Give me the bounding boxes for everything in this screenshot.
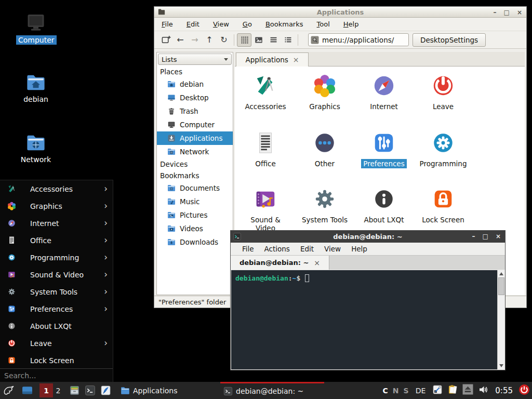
scroll-down-icon[interactable] xyxy=(498,362,505,369)
caps-lock-indicator[interactable]: C xyxy=(383,387,388,395)
scroll-lock-indicator[interactable]: S xyxy=(404,387,409,395)
terminal-scrollbar[interactable] xyxy=(497,270,504,369)
up-button[interactable]: ↑ xyxy=(202,33,217,47)
bookmark-music[interactable]: Music xyxy=(157,195,233,208)
maximize-button[interactable]: □ xyxy=(504,9,510,16)
quicklaunch-terminal[interactable] xyxy=(82,382,98,399)
side-pane-mode-select[interactable]: Lists xyxy=(158,54,232,65)
task-button-terminal[interactable]: debian@debian: ~ xyxy=(220,382,324,399)
terminal-titlebar[interactable]: debian@debian: ~ – □ × xyxy=(231,231,505,243)
new-tab-button[interactable] xyxy=(158,33,173,47)
thumbnail-view-button[interactable] xyxy=(251,33,266,47)
clipboard-tray-icon[interactable] xyxy=(447,384,458,397)
app-item-programming[interactable]: Programming xyxy=(414,127,473,181)
power-button[interactable] xyxy=(518,384,530,397)
volume-icon[interactable] xyxy=(478,384,489,397)
menu-bookmarks[interactable]: Bookmarks xyxy=(265,20,303,28)
terminal-tab[interactable]: debian@debian: ~ × xyxy=(231,256,329,270)
screenshot-tray-icon[interactable] xyxy=(432,384,443,397)
submenu-arrow-icon: › xyxy=(104,236,108,245)
removable-media-eject-icon[interactable] xyxy=(462,384,473,397)
tab-bar: Applications × xyxy=(235,52,525,66)
menu-edit[interactable]: Edit xyxy=(187,20,200,28)
menu-item-leave[interactable]: Leave › xyxy=(0,335,113,352)
desktop-settings-button[interactable]: DesktopSettings xyxy=(413,33,486,47)
task-button-applications[interactable]: Applications xyxy=(117,382,220,399)
app-item-lock-screen[interactable]: Lock Screen xyxy=(414,183,473,237)
app-item-about-lxqt[interactable]: About LXQt xyxy=(354,183,414,237)
keyboard-layout-indicator[interactable]: DE xyxy=(416,387,426,395)
workspace-2-button[interactable]: 2 xyxy=(53,382,63,399)
menu-item-about-lxqt[interactable]: About LXQt xyxy=(0,317,113,335)
menu-search-input[interactable] xyxy=(0,371,113,380)
show-desktop-button[interactable] xyxy=(20,382,34,399)
app-item-preferences[interactable]: Preferences xyxy=(354,127,414,181)
tab-applications[interactable]: Applications × xyxy=(236,52,309,66)
menu-edit[interactable]: Edit xyxy=(300,245,314,253)
main-menu-button[interactable] xyxy=(0,382,18,399)
address-bar[interactable]: menu://applications/ xyxy=(308,33,409,46)
app-item-other[interactable]: Other xyxy=(295,127,354,181)
compact-view-button[interactable] xyxy=(266,33,281,47)
bookmark-downloads[interactable]: Downloads xyxy=(157,235,233,249)
num-lock-indicator[interactable]: N xyxy=(393,387,399,395)
menu-view[interactable]: View xyxy=(213,20,229,28)
place-trash[interactable]: Trash xyxy=(157,104,233,118)
menu-item-lock-screen[interactable]: Lock Screen xyxy=(0,352,113,369)
app-item-sound-video[interactable]: Sound & Video xyxy=(236,183,295,237)
file-manager-titlebar[interactable]: Applications – □ × xyxy=(154,7,526,18)
quicklaunch-featherpad[interactable] xyxy=(98,382,113,399)
menu-item-graphics[interactable]: Graphics › xyxy=(0,197,113,215)
bookmark-pictures[interactable]: Pictures xyxy=(157,208,233,222)
place-computer[interactable]: Computer xyxy=(157,118,233,131)
place-network[interactable]: Network xyxy=(157,145,233,158)
menu-tool[interactable]: Tool xyxy=(317,20,330,28)
workspace-1-button[interactable]: 1 xyxy=(39,383,53,397)
app-item-system-tools[interactable]: System Tools xyxy=(295,183,354,237)
icon-view-button[interactable] xyxy=(237,33,251,47)
minimize-button[interactable]: – xyxy=(472,233,475,240)
scrollbar-thumb[interactable] xyxy=(498,277,504,295)
menu-item-programming[interactable]: Programming › xyxy=(0,249,113,266)
tab-close-icon[interactable]: × xyxy=(293,56,299,64)
menu-actions[interactable]: Actions xyxy=(264,245,290,253)
quicklaunch-file-manager[interactable] xyxy=(66,382,82,399)
forward-button[interactable]: → xyxy=(188,33,202,47)
menu-file[interactable]: File xyxy=(162,20,173,28)
place-desktop[interactable]: Desktop xyxy=(157,91,233,104)
app-item-internet[interactable]: Internet xyxy=(354,70,414,124)
desktop-icon-network[interactable]: Network xyxy=(16,133,56,164)
menu-help[interactable]: Help xyxy=(351,245,367,253)
close-button[interactable]: × xyxy=(517,9,522,16)
desktop-icon-computer[interactable]: Computer xyxy=(16,12,56,45)
menu-item-office[interactable]: Office › xyxy=(0,232,113,249)
desktop-icon-debian[interactable]: debian xyxy=(16,73,56,104)
menu-item-sound-video[interactable]: Sound & Video › xyxy=(0,266,113,283)
close-button[interactable]: × xyxy=(496,233,501,240)
app-item-accessories[interactable]: Accessories xyxy=(236,70,295,124)
maximize-button[interactable]: □ xyxy=(483,233,488,240)
minimize-button[interactable]: – xyxy=(494,9,497,16)
app-item-graphics[interactable]: Graphics xyxy=(295,70,354,124)
menu-view[interactable]: View xyxy=(324,245,341,253)
app-item-leave[interactable]: Leave xyxy=(414,70,473,124)
menu-item-preferences[interactable]: Preferences › xyxy=(0,300,113,317)
menu-go[interactable]: Go xyxy=(243,20,252,28)
menu-item-accessories[interactable]: Accessories › xyxy=(0,180,113,197)
terminal-screen[interactable]: debian@debian:~$ xyxy=(231,270,504,369)
menu-item-system-tools[interactable]: System Tools › xyxy=(0,283,113,300)
scroll-up-icon[interactable] xyxy=(498,270,505,277)
place-applications[interactable]: Applications xyxy=(157,131,233,145)
bookmark-documents[interactable]: Documents xyxy=(157,181,233,195)
detailed-view-button[interactable] xyxy=(281,33,295,47)
tab-close-icon[interactable]: × xyxy=(314,259,320,267)
menu-file[interactable]: File xyxy=(242,245,254,253)
menu-item-internet[interactable]: Internet › xyxy=(0,215,113,232)
app-item-office[interactable]: Office xyxy=(236,127,295,181)
reload-button[interactable]: ↻ xyxy=(217,33,231,47)
place-debian[interactable]: debian xyxy=(157,77,233,91)
clock[interactable]: 0:55 xyxy=(495,386,513,395)
bookmark-videos[interactable]: Videos xyxy=(157,222,233,235)
menu-help[interactable]: Help xyxy=(343,20,359,28)
back-button[interactable]: ← xyxy=(173,33,188,47)
